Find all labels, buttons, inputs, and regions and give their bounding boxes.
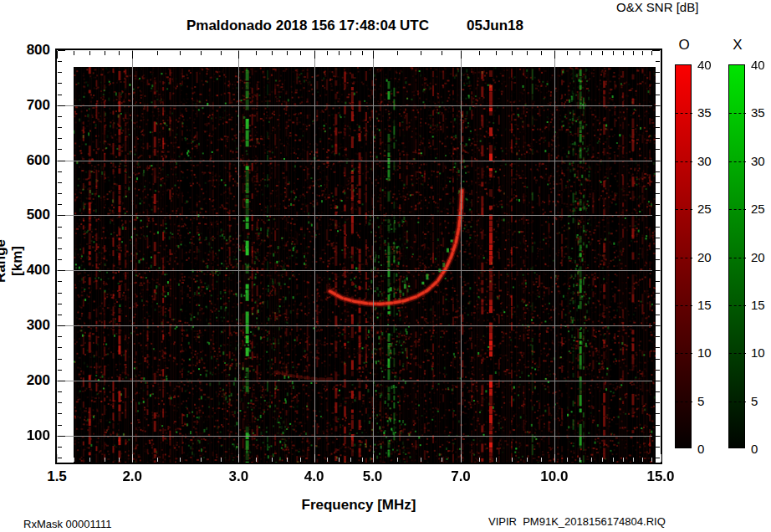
- y-minor-tick: [656, 95, 660, 95]
- gridline-vertical: [132, 50, 133, 463]
- colorbar-tick-label: 25: [751, 202, 771, 216]
- x-minor-tick: [623, 51, 624, 55]
- y-tick-label: 200: [17, 373, 50, 388]
- colorbar-tick-dash: [729, 305, 746, 306]
- y-minor-tick: [656, 304, 660, 304]
- x-major-tick: [554, 454, 555, 462]
- y-minor-tick: [58, 304, 62, 304]
- y-minor-tick: [656, 227, 660, 228]
- y-minor-tick: [656, 281, 660, 282]
- y-minor-tick: [58, 116, 62, 117]
- x-minor-tick: [496, 51, 497, 55]
- x-minor-tick: [272, 51, 273, 55]
- x-axis-title: Frequency [MHz]: [302, 497, 416, 514]
- x-tick-label: 15.0: [640, 469, 682, 484]
- y-minor-tick: [656, 149, 660, 150]
- colorbar-x: [728, 64, 745, 448]
- x-minor-tick: [527, 458, 528, 462]
- x-minor-tick: [256, 458, 257, 462]
- y-major-tick: [652, 436, 660, 437]
- x-major-tick: [661, 454, 661, 462]
- y-major-tick: [652, 215, 660, 216]
- colorbar-tick-label: 15: [751, 299, 771, 312]
- x-minor-tick: [221, 458, 222, 462]
- y-minor-tick: [58, 204, 62, 205]
- y-minor-tick: [656, 138, 660, 139]
- x-minor-tick: [512, 458, 513, 462]
- x-minor-tick: [602, 51, 603, 55]
- colorbar-name-label: X: [729, 37, 746, 54]
- gridline-horizontal: [57, 325, 661, 326]
- x-tick-label: 3.0: [217, 469, 259, 484]
- y-major-tick: [652, 270, 660, 271]
- x-minor-tick: [442, 51, 442, 55]
- y-minor-tick: [58, 127, 62, 128]
- gridline-horizontal: [57, 270, 661, 271]
- x-minor-tick: [327, 458, 328, 462]
- y-minor-tick: [656, 293, 660, 294]
- x-minor-tick: [613, 51, 614, 55]
- y-minor-tick: [58, 391, 62, 392]
- colorbar-tick-label: 20: [697, 251, 719, 264]
- x-major-tick: [57, 51, 58, 59]
- y-major-tick: [58, 325, 65, 326]
- y-minor-tick: [58, 336, 62, 337]
- colorbar-tick-dash: [729, 161, 746, 162]
- x-minor-tick: [642, 458, 643, 462]
- y-minor-tick: [656, 248, 660, 249]
- y-minor-tick: [656, 370, 660, 371]
- y-tick-label: 600: [17, 153, 50, 168]
- x-minor-tick: [397, 51, 398, 55]
- colorbar-tick-dash: [729, 353, 746, 354]
- y-minor-tick: [656, 336, 660, 337]
- x-minor-tick: [119, 51, 120, 55]
- y-major-tick: [58, 215, 65, 216]
- y-minor-tick: [656, 83, 660, 84]
- y-minor-tick: [656, 204, 660, 205]
- ionogram-page: Pmaldonado 2018 156 17:48:04 UTC 05Jun18…: [0, 0, 771, 532]
- x-minor-tick: [602, 458, 603, 462]
- gridline-vertical: [314, 50, 315, 463]
- y-major-tick: [652, 325, 660, 326]
- x-minor-tick: [642, 51, 643, 55]
- x-major-tick: [373, 454, 374, 462]
- x-minor-tick: [580, 51, 580, 55]
- y-minor-tick: [656, 116, 660, 117]
- footer-filename: VIPIR PM91K_2018156174804.RIQ: [488, 515, 666, 528]
- y-tick-label: 100: [17, 428, 50, 443]
- x-minor-tick: [287, 458, 288, 462]
- x-minor-tick: [89, 458, 90, 462]
- colorbar-tick-label: 30: [697, 155, 719, 168]
- x-tick-label: 2.0: [111, 469, 153, 484]
- x-minor-tick: [479, 458, 480, 462]
- colorbar-tick-dash: [676, 209, 692, 210]
- colorbar-tick-label: 40: [697, 59, 719, 72]
- y-minor-tick: [58, 138, 62, 139]
- x-major-tick: [238, 454, 239, 462]
- y-tick-label: 500: [17, 207, 50, 223]
- x-major-tick: [314, 454, 315, 462]
- y-minor-tick: [656, 193, 660, 194]
- gridline-horizontal: [57, 381, 661, 381]
- colorbar-tick-dash: [676, 258, 692, 258]
- x-minor-tick: [89, 51, 90, 55]
- x-minor-tick: [580, 458, 580, 462]
- y-tick-label: 300: [17, 318, 50, 333]
- colorbar-tick-label: 10: [697, 346, 719, 360]
- gridline-horizontal: [57, 215, 661, 216]
- x-minor-tick: [339, 51, 340, 55]
- x-minor-tick: [287, 51, 288, 55]
- colorbar-tick-label: 0: [751, 442, 771, 456]
- colorbar-tick-dash: [676, 305, 692, 306]
- x-tick-label: 10.0: [534, 469, 575, 484]
- y-major-tick: [652, 381, 660, 381]
- colorbar-tick-label: 10: [751, 346, 771, 360]
- y-major-tick: [58, 381, 65, 381]
- x-minor-tick: [256, 51, 257, 55]
- y-tick-label: 700: [17, 98, 50, 113]
- y-minor-tick: [58, 359, 62, 360]
- y-minor-tick: [58, 370, 62, 371]
- colorbar-tick-dash: [676, 353, 692, 354]
- x-minor-tick: [327, 51, 328, 55]
- y-minor-tick: [58, 72, 62, 73]
